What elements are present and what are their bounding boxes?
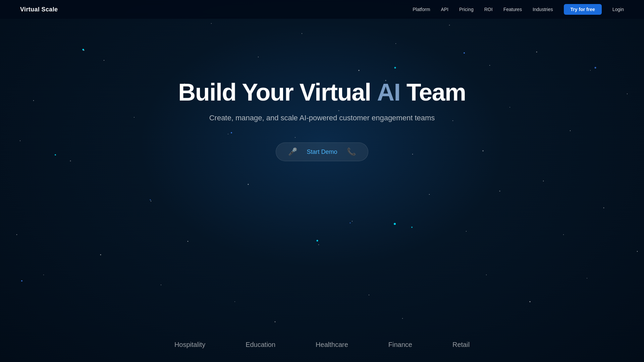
start-demo-button[interactable]: 🎤 Start Demo 📞 bbox=[276, 142, 368, 161]
nav-links: Platform API Pricing ROI Features Indust… bbox=[413, 4, 624, 15]
nav-industries[interactable]: Industries bbox=[533, 7, 553, 12]
navbar: Virtual Scale Platform API Pricing ROI F… bbox=[0, 0, 644, 19]
nav-roi[interactable]: ROI bbox=[484, 7, 493, 12]
category-education[interactable]: Education bbox=[246, 341, 275, 349]
category-retail[interactable]: Retail bbox=[452, 341, 470, 349]
hero-title-part1: Build Your Virtual bbox=[178, 79, 377, 106]
category-healthcare[interactable]: Healthcare bbox=[316, 341, 348, 349]
hero-title-ai: AI bbox=[377, 79, 400, 106]
hero-subtitle: Create, manage, and scale AI-powered cus… bbox=[209, 114, 435, 122]
demo-label: Start Demo bbox=[307, 148, 337, 156]
category-hospitality[interactable]: Hospitality bbox=[174, 341, 205, 349]
microphone-icon: 🎤 bbox=[288, 147, 297, 156]
categories-bar: Hospitality Education Healthcare Finance… bbox=[0, 341, 644, 362]
hero-title-part2: Team bbox=[400, 79, 466, 106]
hero-title: Build Your Virtual AI Team bbox=[178, 79, 466, 106]
nav-platform[interactable]: Platform bbox=[413, 7, 430, 12]
nav-features[interactable]: Features bbox=[503, 7, 522, 12]
hero-section: Build Your Virtual AI Team Create, manag… bbox=[0, 19, 644, 161]
nav-api[interactable]: API bbox=[441, 7, 448, 12]
login-link[interactable]: Login bbox=[612, 7, 624, 12]
try-for-free-button[interactable]: Try for free bbox=[564, 4, 602, 15]
logo[interactable]: Virtual Scale bbox=[20, 6, 58, 13]
nav-pricing[interactable]: Pricing bbox=[459, 7, 474, 12]
phone-icon: 📞 bbox=[347, 147, 356, 156]
category-finance[interactable]: Finance bbox=[388, 341, 412, 349]
